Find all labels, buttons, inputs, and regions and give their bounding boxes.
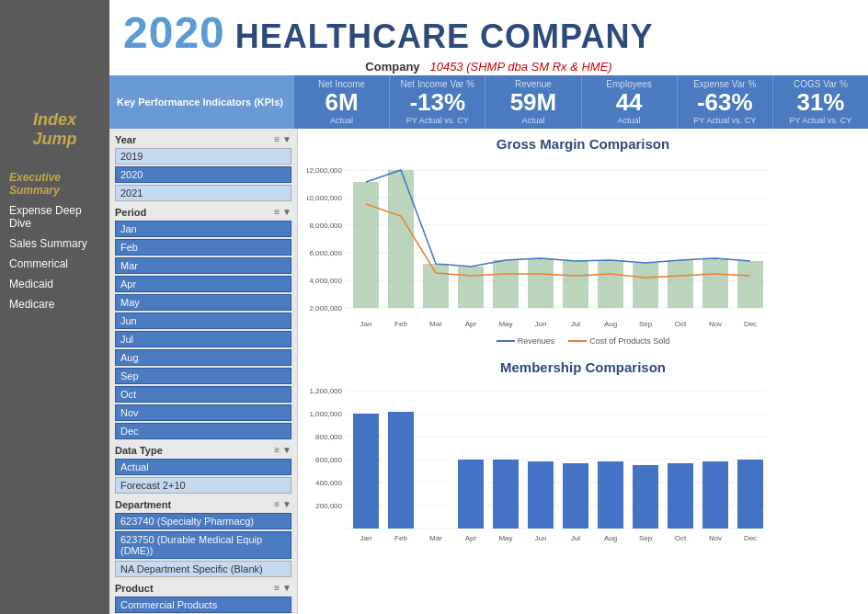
filter-period-icons: ≡ ▼	[274, 207, 291, 217]
svg-text:Aug: Aug	[604, 320, 617, 328]
sort-icon-5[interactable]: ≡	[274, 583, 280, 593]
svg-rect-55	[598, 461, 623, 529]
svg-rect-56	[633, 465, 658, 529]
membership-svg: 1,200,000 1,000,000 800,000 600,000 400,…	[307, 380, 771, 545]
sidebar-item-medicaid[interactable]: Medicaid	[0, 274, 109, 294]
filter-period-header: Period ≡ ▼	[115, 207, 291, 218]
svg-text:Feb: Feb	[394, 320, 407, 328]
kpi-items: Net Income 6M Actual Net Income Var % -1…	[293, 75, 868, 129]
gross-margin-legend: Revenues Cost of Products Sold	[307, 336, 859, 346]
filter-icon-3[interactable]: ▼	[282, 445, 291, 455]
header-year: 2020	[123, 8, 225, 57]
sort-icon-2[interactable]: ≡	[274, 207, 280, 217]
filter-icon-4[interactable]: ▼	[282, 499, 291, 509]
svg-rect-58	[702, 461, 728, 529]
filter-datatype-actual[interactable]: Actual	[115, 459, 291, 475]
filter-year-2019[interactable]: 2019	[115, 148, 291, 165]
membership-chart: Membership Comparison 1,200,000 1,000,00…	[307, 359, 859, 549]
filter-period-feb[interactable]: Feb	[115, 239, 291, 256]
sidebar-item-commerical[interactable]: Commerical	[0, 254, 109, 274]
filter-department-section: Department ≡ ▼ 623740 (Specialty Pharmac…	[115, 499, 291, 577]
gross-margin-svg: 12,000,000 10,000,000 8,000,000 6,000,00…	[307, 156, 771, 331]
filter-period-oct[interactable]: Oct	[115, 386, 291, 403]
filter-period-jun[interactable]: Jun	[115, 313, 291, 329]
sidebar-nav: Executive Summary Expense Deep Dive Sale…	[0, 167, 109, 314]
kpi-net-income-var: Net Income Var % -13% PY Actual vs. CY	[389, 75, 485, 129]
sidebar-item-sales-summary[interactable]: Sales Summary	[0, 233, 109, 254]
sidebar-item-medicare[interactable]: Medicare	[0, 294, 109, 314]
kpi-employees: Employees 44 Actual	[581, 75, 677, 129]
filter-period-may[interactable]: May	[115, 294, 291, 311]
kpi-net-income-var-sublabel: PY Actual vs. CY	[406, 116, 469, 125]
kpi-employees-value: 44	[616, 89, 643, 116]
kpi-revenue-sublabel: Actual	[521, 116, 544, 125]
filter-period-label: Period	[115, 207, 146, 218]
cogs-color	[568, 340, 587, 342]
kpi-cogs-var-sublabel: PY Actual vs. CY	[790, 116, 852, 125]
svg-text:Apr: Apr	[465, 534, 477, 542]
svg-text:Jul: Jul	[571, 534, 580, 542]
svg-text:Sep: Sep	[639, 534, 653, 542]
filter-icon[interactable]: ▼	[282, 134, 291, 144]
header: 2020 HEALTHCARE COMPANY Company 10453 (S…	[109, 0, 868, 75]
filter-datatype-forecast[interactable]: Forecast 2+10	[115, 477, 291, 494]
filter-period-jan[interactable]: Jan	[115, 221, 291, 237]
svg-text:Nov: Nov	[709, 320, 722, 328]
filter-year-2020[interactable]: 2020	[115, 166, 291, 183]
svg-text:Nov: Nov	[709, 534, 722, 542]
filter-period-aug[interactable]: Aug	[115, 349, 291, 366]
svg-text:600,000: 600,000	[315, 456, 342, 464]
kpi-cogs-var-value: 31%	[796, 89, 844, 116]
filter-period-apr[interactable]: Apr	[115, 276, 291, 292]
svg-text:8,000,000: 8,000,000	[309, 222, 342, 230]
filter-period-nov[interactable]: Nov	[115, 404, 291, 421]
filter-product-label: Product	[115, 583, 154, 594]
filter-period-mar[interactable]: Mar	[115, 257, 291, 274]
filter-period-sep[interactable]: Sep	[115, 368, 291, 384]
svg-rect-19	[598, 260, 623, 308]
filter-year-2021[interactable]: 2021	[115, 185, 291, 201]
svg-text:Sep: Sep	[639, 320, 653, 328]
svg-text:Dec: Dec	[744, 534, 757, 542]
svg-text:May: May	[498, 534, 512, 542]
svg-text:12,000,000: 12,000,000	[307, 166, 343, 175]
svg-rect-17	[528, 258, 554, 308]
svg-text:Jun: Jun	[535, 320, 547, 328]
header-title: 2020 HEALTHCARE COMPANY	[123, 7, 854, 58]
sidebar-item-expense-deep-dive[interactable]: Expense Deep Dive	[0, 200, 109, 233]
kpi-label: Key Performance Indicators (KPIs)	[109, 75, 293, 129]
sidebar-title: Index Jump	[0, 0, 109, 158]
filter-product-commercial[interactable]: Commercial Products	[115, 597, 291, 613]
filter-dept-na[interactable]: NA Department Specific (Blank)	[115, 561, 291, 577]
sort-icon[interactable]: ≡	[274, 134, 280, 144]
svg-rect-52	[493, 460, 519, 529]
filter-dept-623740[interactable]: 623740 (Specialty Pharmacg)	[115, 513, 291, 529]
kpi-revenue: Revenue 59M Actual	[485, 75, 580, 129]
svg-rect-59	[737, 460, 763, 529]
kpi-cogs-var: COGS Var % 31% PY Actual vs. CY	[772, 75, 868, 129]
sort-icon-3[interactable]: ≡	[274, 445, 280, 455]
svg-text:Oct: Oct	[675, 534, 687, 542]
filter-period-jul[interactable]: Jul	[115, 331, 291, 347]
svg-rect-13	[388, 170, 414, 308]
filter-period-dec[interactable]: Dec	[115, 423, 291, 439]
filter-icon-5[interactable]: ▼	[282, 583, 291, 593]
filter-icon-2[interactable]: ▼	[282, 207, 291, 217]
sort-icon-4[interactable]: ≡	[274, 499, 280, 509]
sidebar-item-executive-summary[interactable]: Executive Summary	[0, 167, 109, 200]
filter-year-section: Year ≡ ▼ 2019 2020 2021	[115, 134, 291, 201]
svg-text:400,000: 400,000	[315, 479, 342, 487]
svg-text:Jul: Jul	[571, 320, 580, 328]
svg-rect-50	[388, 412, 414, 529]
svg-text:Jun: Jun	[535, 534, 547, 542]
header-subtitle: Company 10453 (SHMP dba SM Rx & HME)	[123, 60, 854, 74]
filter-year-icons: ≡ ▼	[274, 134, 291, 144]
filter-year-header: Year ≡ ▼	[115, 134, 291, 145]
svg-text:Dec: Dec	[744, 320, 757, 328]
svg-rect-12	[353, 182, 379, 308]
gross-margin-chart: Gross Margin Comparison 12,000,000 10,00…	[307, 136, 859, 346]
svg-text:Aug: Aug	[604, 534, 617, 542]
filter-dept-623750[interactable]: 623750 (Durable Medical Equip (DME))	[115, 531, 291, 559]
charts-panel: Gross Margin Comparison 12,000,000 10,00…	[298, 129, 868, 614]
svg-text:May: May	[498, 320, 512, 328]
